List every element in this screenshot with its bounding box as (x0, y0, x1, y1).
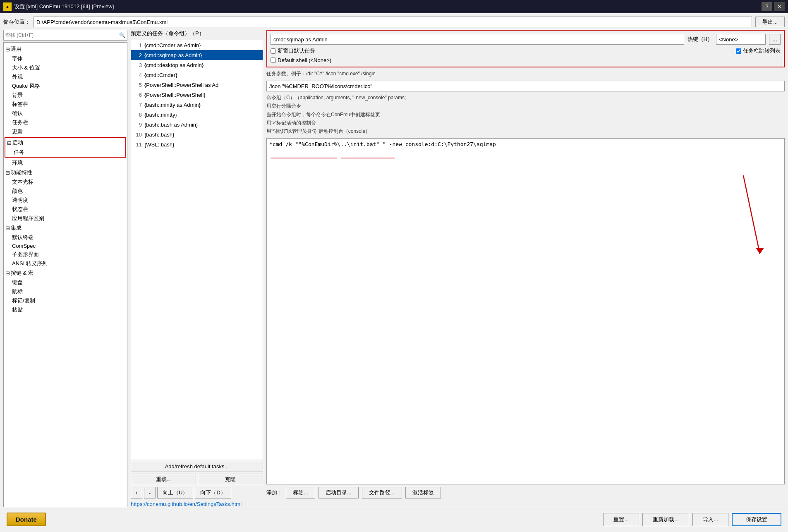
task-row-4[interactable]: 4 {cmd::Cmder} (131, 70, 263, 80)
right-panel: 预定义的任务（命令组）（P） 1 {cmd::Cmder as Admin} 2… (127, 30, 785, 507)
sidebar-item-gengxin[interactable]: 更新 (4, 127, 127, 136)
task-row-5[interactable]: 5 {PowerShell::PowerShell as Ad (131, 80, 263, 90)
task-num-10: 10 (134, 132, 142, 138)
task-name-11: {WSL::bash} (144, 141, 260, 148)
save-button[interactable]: 保存设置 (732, 513, 781, 526)
task-num-8: 8 (134, 112, 142, 118)
down-button[interactable]: 向下（D） (195, 487, 231, 498)
hotkey-input[interactable] (716, 34, 766, 45)
task-params-input[interactable] (266, 81, 785, 91)
import-button[interactable]: 导入... (692, 513, 728, 526)
sidebar-item-beijing[interactable]: 背景 (4, 91, 127, 100)
add-task-button[interactable]: + (131, 487, 142, 498)
sidebar-item-qidong[interactable]: ⊟ 启动 (5, 138, 125, 148)
task-row-3[interactable]: 3 {cmd::desktop as Admin} (131, 60, 263, 70)
desc-line-params: 任务参数。例子：/dir "C:\" /icon "cmd.exe" /sing… (266, 70, 785, 78)
sidebar-item-renwulan[interactable]: 任务栏 (4, 118, 127, 127)
sidebar-item-renwu[interactable]: 任务 (5, 148, 125, 157)
collapse-icon-gongneng: ⊟ (5, 170, 10, 176)
new-window-checkbox[interactable] (271, 48, 276, 54)
tags-button[interactable]: 标签... (286, 487, 315, 498)
new-window-checkbox-label[interactable]: 新窗口默认任务 (271, 47, 315, 55)
task-row-11[interactable]: 11 {WSL::bash} (131, 139, 263, 149)
taskbar-checkbox-label[interactable]: 任务栏跳转列表 (736, 47, 781, 55)
task-name-3: {cmd::desktop as Admin} (144, 62, 260, 68)
task-list-title: 预定义的任务（命令组）（P） (131, 30, 263, 37)
activate-tab-button[interactable]: 激活标签 (405, 487, 441, 498)
task-name-8: {bash::mintty} (144, 112, 260, 118)
task-row-7[interactable]: 7 {bash::mintty as Admin} (131, 100, 263, 110)
sidebar-item-jicheng[interactable]: ⊟ 集成 (4, 223, 127, 233)
add-refresh-button[interactable]: Add/refresh default tasks... (131, 461, 263, 472)
sidebar-item-huanjing[interactable]: 环境 (4, 158, 127, 168)
donate-button[interactable]: Donate (7, 513, 46, 526)
sidebar-item-anjian[interactable]: ⊟ 按键 & 宏 (4, 268, 127, 278)
storage-path-input[interactable] (34, 17, 752, 27)
sidebar-item-tongyong[interactable]: ⊟ 通用 (4, 44, 127, 54)
search-bar[interactable]: 🔍 (3, 30, 127, 41)
window-title: 设置 [xml] ConEmu 191012 [64] {Preview} (14, 3, 762, 10)
sidebar-item-wenben[interactable]: 文本光标 (4, 177, 127, 187)
task-row-1[interactable]: 1 {cmd::Cmder as Admin} (131, 40, 263, 50)
add-label: 添加： (266, 489, 283, 496)
collapse-icon-qidong: ⊟ (7, 140, 12, 146)
taskbar-checkbox[interactable] (736, 48, 741, 54)
sidebar-item-gongneng[interactable]: ⊟ 功能特性 (4, 168, 127, 177)
default-shell-checkbox[interactable] (271, 58, 276, 63)
sidebar-item-daxiao[interactable]: 大小 & 位置 (4, 63, 127, 72)
settings-link[interactable]: https://conemu.github.io/en/SettingsTask… (131, 501, 785, 507)
task-row-8[interactable]: 8 {bash::mintty} (131, 110, 263, 120)
sidebar-item-zhantie[interactable]: 粘贴 (4, 305, 127, 314)
file-path-button[interactable]: 文件路径... (362, 487, 402, 498)
help-button[interactable]: ? (762, 2, 772, 11)
default-shell-checkbox-label[interactable]: Default shell (<None>) (271, 57, 331, 63)
sidebar-item-toumingdu[interactable]: 透明度 (4, 196, 127, 205)
task-name-1: {cmd::Cmder as Admin} (144, 42, 260, 48)
task-row-9[interactable]: 9 {bash::bash as Admin} (131, 120, 263, 129)
sidebar-item-ansi[interactable]: ANSI 转义序列 (4, 259, 127, 268)
task-num-6: 6 (134, 92, 142, 98)
sidebar-item-yingyong[interactable]: 应用程序区别 (4, 214, 127, 223)
desc-commands-2: 当开始命令组时，每个命令在ConEmu中创建标签页 (266, 111, 785, 119)
task-name-7: {bash::mintty as Admin} (144, 102, 260, 108)
sidebar-item-biaojifu[interactable]: 标记/复制 (4, 296, 127, 305)
hotkey-dots-button[interactable]: ... (769, 34, 781, 45)
sidebar-item-ziti[interactable]: 字体 (4, 54, 127, 63)
task-list: 1 {cmd::Cmder as Admin} 2 {cmd::sqlmap a… (131, 40, 263, 459)
window-controls: ? ✕ (762, 2, 785, 11)
sidebar-item-shubiao[interactable]: 鼠标 (4, 287, 127, 296)
sidebar-item-jianpan[interactable]: 键盘 (4, 278, 127, 287)
sidebar-item-zhuangtailan[interactable]: 状态栏 (4, 205, 127, 214)
up-button[interactable]: 向上（U） (157, 487, 193, 498)
task-row-2[interactable]: 2 {cmd::sqlmap as Admin} (131, 50, 263, 60)
sidebar-item-yanse[interactable]: 颜色 (4, 187, 127, 196)
collapse-icon-tongyong: ⊟ (5, 46, 10, 53)
task-name-input[interactable] (271, 34, 684, 45)
sidebar-item-waiguan[interactable]: 外观 (4, 72, 127, 81)
search-input[interactable] (5, 32, 117, 38)
task-row-6[interactable]: 6 {PowerShell::PowerShell} (131, 90, 263, 100)
reload-button[interactable]: 重载... (131, 474, 196, 485)
sidebar-item-quake[interactable]: Quake 风格 (4, 81, 127, 91)
sidebar-item-biaoqianlan[interactable]: 标签栏 (4, 100, 127, 109)
close-button[interactable]: ✕ (774, 2, 785, 11)
sidebar-item-comspec[interactable]: ComSpec (4, 242, 127, 250)
clone-button[interactable]: 克隆 (198, 474, 263, 485)
task-num-4: 4 (134, 72, 142, 78)
remove-task-button[interactable]: - (144, 487, 156, 498)
sidebar-item-queren[interactable]: 确认 (4, 109, 127, 118)
reload-config-button[interactable]: 重新加载... (642, 513, 689, 526)
commands-textarea[interactable]: *cmd /k ""%ConEmuDir%\..\init.bat" " -ne… (266, 138, 785, 484)
search-icon: 🔍 (119, 32, 125, 38)
task-row-10[interactable]: 10 {bash::bash} (131, 129, 263, 139)
sidebar-item-morenzhongduan[interactable]: 默认终端 (4, 233, 127, 242)
desc-commands-1: 用空行分隔命令 (266, 102, 785, 110)
desc-commands-group: 命令组（C）（application, arguments, "-new_con… (266, 94, 785, 102)
desc-commands-3: 用'>'标记活动的控制台 (266, 119, 785, 127)
task-params-description: 任务参数。例子：/dir "C:\" /icon "cmd.exe" /sing… (266, 70, 785, 78)
start-dir-button[interactable]: 启动目录... (319, 487, 359, 498)
task-name-2: {cmd::sqlmap as Admin} (144, 52, 260, 58)
reset-button[interactable]: 重置... (603, 513, 639, 526)
sidebar-item-zituxing[interactable]: 子图形界面 (4, 250, 127, 259)
export-button[interactable]: 导出... (755, 17, 785, 27)
